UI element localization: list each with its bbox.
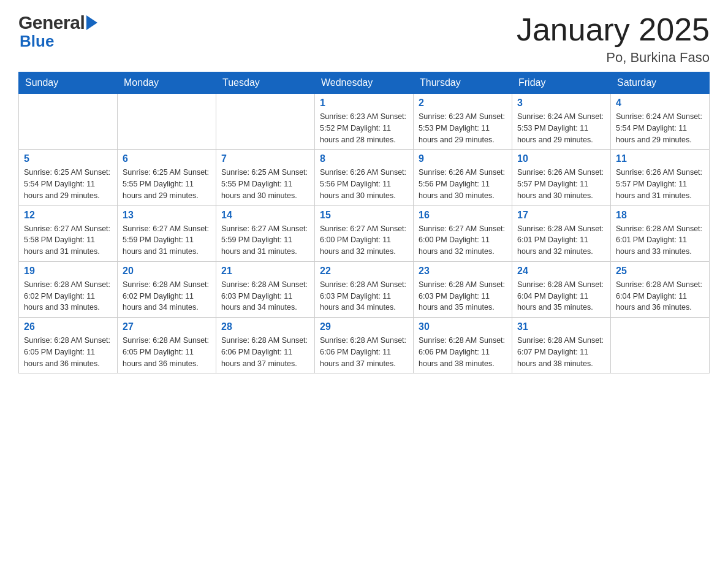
day-number: 19 bbox=[24, 266, 112, 277]
day-number: 13 bbox=[123, 210, 211, 221]
calendar-cell: 26Sunrise: 6:28 AM Sunset: 6:05 PM Dayli… bbox=[19, 318, 118, 373]
day-info: Sunrise: 6:28 AM Sunset: 6:03 PM Dayligh… bbox=[221, 279, 309, 313]
day-number: 16 bbox=[419, 210, 507, 221]
day-info: Sunrise: 6:23 AM Sunset: 5:52 PM Dayligh… bbox=[320, 111, 408, 145]
day-info: Sunrise: 6:28 AM Sunset: 6:06 PM Dayligh… bbox=[320, 335, 408, 369]
calendar-cell: 17Sunrise: 6:28 AM Sunset: 6:01 PM Dayli… bbox=[512, 205, 611, 261]
calendar-cell: 28Sunrise: 6:28 AM Sunset: 6:06 PM Dayli… bbox=[216, 318, 315, 373]
calendar-cell: 24Sunrise: 6:28 AM Sunset: 6:04 PM Dayli… bbox=[512, 261, 611, 317]
day-info: Sunrise: 6:28 AM Sunset: 6:05 PM Dayligh… bbox=[24, 335, 112, 369]
day-number: 18 bbox=[616, 210, 704, 221]
day-info: Sunrise: 6:28 AM Sunset: 6:06 PM Dayligh… bbox=[419, 335, 507, 369]
day-info: Sunrise: 6:28 AM Sunset: 6:06 PM Dayligh… bbox=[221, 335, 309, 369]
day-number: 23 bbox=[419, 266, 507, 277]
calendar-cell: 12Sunrise: 6:27 AM Sunset: 5:58 PM Dayli… bbox=[19, 205, 118, 261]
day-info: Sunrise: 6:28 AM Sunset: 6:04 PM Dayligh… bbox=[616, 279, 704, 313]
day-info: Sunrise: 6:28 AM Sunset: 6:07 PM Dayligh… bbox=[517, 335, 605, 369]
day-number: 12 bbox=[24, 210, 112, 221]
day-number: 20 bbox=[123, 266, 211, 277]
day-number: 15 bbox=[320, 210, 408, 221]
day-number: 28 bbox=[221, 321, 309, 332]
day-number: 21 bbox=[221, 266, 309, 277]
day-info: Sunrise: 6:24 AM Sunset: 5:54 PM Dayligh… bbox=[616, 111, 704, 145]
calendar-cell bbox=[611, 318, 710, 373]
day-number: 31 bbox=[517, 321, 605, 332]
day-info: Sunrise: 6:25 AM Sunset: 5:54 PM Dayligh… bbox=[24, 167, 112, 201]
day-info: Sunrise: 6:26 AM Sunset: 5:57 PM Dayligh… bbox=[616, 167, 704, 201]
weekday-header-thursday: Thursday bbox=[414, 72, 512, 94]
calendar-cell: 19Sunrise: 6:28 AM Sunset: 6:02 PM Dayli… bbox=[19, 261, 118, 317]
calendar-cell: 21Sunrise: 6:28 AM Sunset: 6:03 PM Dayli… bbox=[216, 261, 315, 317]
day-info: Sunrise: 6:27 AM Sunset: 6:00 PM Dayligh… bbox=[320, 223, 408, 258]
calendar-cell: 3Sunrise: 6:24 AM Sunset: 5:53 PM Daylig… bbox=[512, 94, 611, 150]
calendar-cell: 25Sunrise: 6:28 AM Sunset: 6:04 PM Dayli… bbox=[611, 261, 710, 317]
calendar-table: SundayMondayTuesdayWednesdayThursdayFrid… bbox=[18, 72, 710, 373]
calendar-cell: 23Sunrise: 6:28 AM Sunset: 6:03 PM Dayli… bbox=[414, 261, 512, 317]
day-info: Sunrise: 6:27 AM Sunset: 5:58 PM Dayligh… bbox=[24, 223, 112, 258]
day-number: 24 bbox=[517, 266, 605, 277]
day-number: 22 bbox=[320, 266, 408, 277]
day-number: 11 bbox=[616, 153, 704, 164]
calendar-cell: 2Sunrise: 6:23 AM Sunset: 5:53 PM Daylig… bbox=[414, 94, 512, 150]
day-number: 29 bbox=[320, 321, 408, 332]
day-info: Sunrise: 6:28 AM Sunset: 6:04 PM Dayligh… bbox=[517, 279, 605, 313]
calendar-cell: 6Sunrise: 6:25 AM Sunset: 5:55 PM Daylig… bbox=[118, 150, 216, 205]
calendar-cell bbox=[216, 94, 315, 150]
calendar-cell: 20Sunrise: 6:28 AM Sunset: 6:02 PM Dayli… bbox=[118, 261, 216, 317]
calendar-cell: 9Sunrise: 6:26 AM Sunset: 5:56 PM Daylig… bbox=[414, 150, 512, 205]
page-header: General Blue January 2025 Po, Burkina Fa… bbox=[18, 12, 710, 66]
calendar-cell: 10Sunrise: 6:26 AM Sunset: 5:57 PM Dayli… bbox=[512, 150, 611, 205]
day-number: 4 bbox=[616, 98, 704, 109]
day-info: Sunrise: 6:28 AM Sunset: 6:02 PM Dayligh… bbox=[24, 279, 112, 313]
day-number: 8 bbox=[320, 153, 408, 164]
week-row-4: 19Sunrise: 6:28 AM Sunset: 6:02 PM Dayli… bbox=[19, 261, 710, 317]
weekday-header-saturday: Saturday bbox=[611, 72, 710, 94]
day-number: 10 bbox=[517, 153, 605, 164]
calendar-cell: 14Sunrise: 6:27 AM Sunset: 5:59 PM Dayli… bbox=[216, 205, 315, 261]
day-info: Sunrise: 6:26 AM Sunset: 5:56 PM Dayligh… bbox=[419, 167, 507, 201]
day-info: Sunrise: 6:26 AM Sunset: 5:57 PM Dayligh… bbox=[517, 167, 605, 201]
weekday-header-friday: Friday bbox=[512, 72, 611, 94]
day-info: Sunrise: 6:28 AM Sunset: 6:01 PM Dayligh… bbox=[616, 223, 704, 258]
day-info: Sunrise: 6:27 AM Sunset: 6:00 PM Dayligh… bbox=[419, 223, 507, 258]
calendar-cell: 16Sunrise: 6:27 AM Sunset: 6:00 PM Dayli… bbox=[414, 205, 512, 261]
logo-general-text: General bbox=[18, 12, 85, 33]
day-number: 25 bbox=[616, 266, 704, 277]
calendar-cell: 1Sunrise: 6:23 AM Sunset: 5:52 PM Daylig… bbox=[315, 94, 414, 150]
day-info: Sunrise: 6:28 AM Sunset: 6:05 PM Dayligh… bbox=[123, 335, 211, 369]
day-info: Sunrise: 6:26 AM Sunset: 5:56 PM Dayligh… bbox=[320, 167, 408, 201]
calendar-cell: 15Sunrise: 6:27 AM Sunset: 6:00 PM Dayli… bbox=[315, 205, 414, 261]
week-row-5: 26Sunrise: 6:28 AM Sunset: 6:05 PM Dayli… bbox=[19, 318, 710, 373]
calendar-cell: 29Sunrise: 6:28 AM Sunset: 6:06 PM Dayli… bbox=[315, 318, 414, 373]
calendar-cell: 31Sunrise: 6:28 AM Sunset: 6:07 PM Dayli… bbox=[512, 318, 611, 373]
calendar-cell: 7Sunrise: 6:25 AM Sunset: 5:55 PM Daylig… bbox=[216, 150, 315, 205]
day-info: Sunrise: 6:27 AM Sunset: 5:59 PM Dayligh… bbox=[221, 223, 309, 258]
day-number: 27 bbox=[123, 321, 211, 332]
calendar-cell: 5Sunrise: 6:25 AM Sunset: 5:54 PM Daylig… bbox=[19, 150, 118, 205]
day-info: Sunrise: 6:25 AM Sunset: 5:55 PM Dayligh… bbox=[123, 167, 211, 201]
calendar-cell: 27Sunrise: 6:28 AM Sunset: 6:05 PM Dayli… bbox=[118, 318, 216, 373]
weekday-header-row: SundayMondayTuesdayWednesdayThursdayFrid… bbox=[19, 72, 710, 94]
week-row-2: 5Sunrise: 6:25 AM Sunset: 5:54 PM Daylig… bbox=[19, 150, 710, 205]
weekday-header-sunday: Sunday bbox=[19, 72, 118, 94]
weekday-header-wednesday: Wednesday bbox=[315, 72, 414, 94]
calendar-cell bbox=[19, 94, 118, 150]
day-number: 14 bbox=[221, 210, 309, 221]
day-number: 3 bbox=[517, 98, 605, 109]
week-row-3: 12Sunrise: 6:27 AM Sunset: 5:58 PM Dayli… bbox=[19, 205, 710, 261]
day-number: 5 bbox=[24, 153, 112, 164]
logo-triangle-icon bbox=[86, 15, 97, 30]
day-info: Sunrise: 6:28 AM Sunset: 6:02 PM Dayligh… bbox=[123, 279, 211, 313]
day-info: Sunrise: 6:28 AM Sunset: 6:03 PM Dayligh… bbox=[320, 279, 408, 313]
day-info: Sunrise: 6:25 AM Sunset: 5:55 PM Dayligh… bbox=[221, 167, 309, 201]
day-info: Sunrise: 6:24 AM Sunset: 5:53 PM Dayligh… bbox=[517, 111, 605, 145]
day-number: 26 bbox=[24, 321, 112, 332]
calendar-cell: 4Sunrise: 6:24 AM Sunset: 5:54 PM Daylig… bbox=[611, 94, 710, 150]
day-number: 17 bbox=[517, 210, 605, 221]
day-number: 6 bbox=[123, 153, 211, 164]
calendar-cell: 30Sunrise: 6:28 AM Sunset: 6:06 PM Dayli… bbox=[414, 318, 512, 373]
calendar-cell: 8Sunrise: 6:26 AM Sunset: 5:56 PM Daylig… bbox=[315, 150, 414, 205]
day-number: 1 bbox=[320, 98, 408, 109]
day-info: Sunrise: 6:28 AM Sunset: 6:01 PM Dayligh… bbox=[517, 223, 605, 258]
calendar-title: January 2025 bbox=[517, 12, 710, 47]
